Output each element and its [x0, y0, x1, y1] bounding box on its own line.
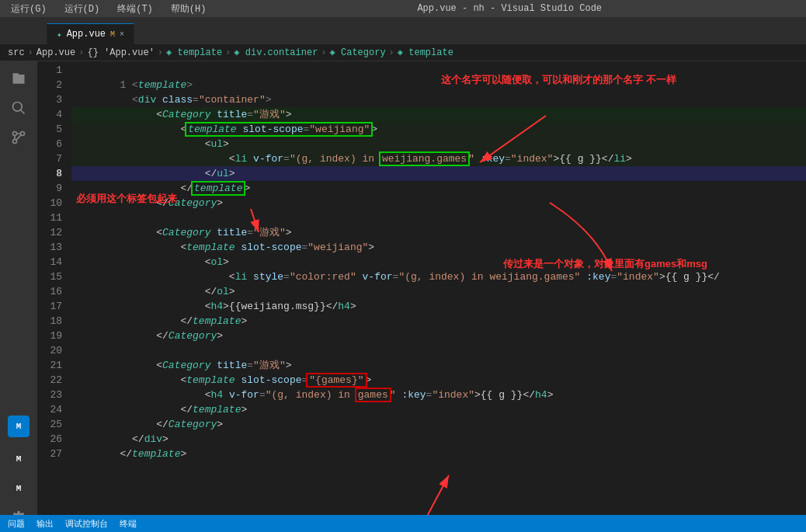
tab-bar: ✦ App.vue M ×: [0, 17, 806, 44]
status-debug[interactable]: 调试控制台: [65, 518, 108, 530]
code-line-26: </template>: [71, 432, 806, 447]
menu-item-help[interactable]: 帮助(H): [168, 2, 210, 16]
activity-m2-icon[interactable]: M: [8, 448, 30, 470]
svg-point-4: [13, 132, 17, 136]
main-layout: M M M 12345 678910 1112131415 1617181920…: [0, 61, 806, 532]
svg-point-0: [13, 103, 23, 112]
bc-template2: ◈ template: [398, 47, 453, 58]
activity-git-icon[interactable]: [8, 127, 30, 148]
menu-item-run2[interactable]: 运行(D): [61, 2, 103, 16]
tab-close-icon[interactable]: ×: [120, 30, 124, 39]
status-problems[interactable]: 问题: [8, 518, 25, 530]
code-content[interactable]: 1 <template> <div class="container"> <Ca…: [68, 61, 806, 532]
activity-bar: M M M: [0, 61, 37, 532]
bc-divcontainer: ◈ div.container: [234, 47, 318, 58]
activity-m3-icon[interactable]: M: [8, 478, 30, 499]
breadcrumb: src › App.vue › {} 'App.vue' › ◈ templat…: [0, 44, 806, 61]
tab-app-vue[interactable]: ✦ App.vue M ×: [47, 23, 134, 44]
status-output[interactable]: 输出: [36, 518, 54, 530]
menu-item-run1[interactable]: 运行(G): [8, 2, 50, 16]
code-line-1: 1 <template>: [71, 63, 806, 78]
activity-search-icon[interactable]: [8, 97, 30, 119]
activity-files-icon[interactable]: [8, 68, 30, 89]
status-terminal[interactable]: 终端: [120, 518, 137, 530]
menu-item-terminal[interactable]: 终端(T): [114, 2, 156, 16]
activity-active-icon[interactable]: M: [8, 416, 30, 437]
bc-template1: ◈ template: [166, 47, 222, 58]
bc-obj: {} 'App.vue': [87, 47, 154, 58]
svg-line-1: [21, 110, 25, 114]
bc-category: ◈ Category: [330, 47, 386, 58]
code-line-11: <Category title="游戏">: [71, 210, 806, 225]
menu-bar: 运行(G) 运行(D) 终端(T) 帮助(H) App.vue - nh - V…: [0, 0, 806, 17]
line-numbers: 12345 678910 1112131415 1617181920 21222…: [37, 61, 68, 532]
code-line-20: <Category title="游戏">: [71, 343, 806, 358]
editor-area: 12345 678910 1112131415 1617181920 21222…: [37, 61, 806, 532]
bc-src: src: [8, 47, 25, 58]
window-title: App.vue - nh - Visual Studio Code: [417, 3, 602, 14]
bc-appvue: App.vue: [36, 47, 75, 58]
status-bar: 问题 输出 调试控制台 终端: [0, 515, 806, 532]
